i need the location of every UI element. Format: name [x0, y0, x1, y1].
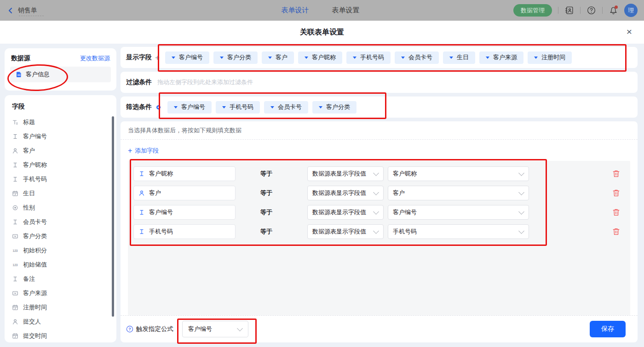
field-item-5[interactable]: 生日: [5, 186, 116, 200]
display-field-chip-2[interactable]: 客户: [262, 51, 294, 64]
text-icon: [138, 228, 145, 235]
trash-icon[interactable]: [612, 170, 620, 178]
display-field-chip-6[interactable]: 生日: [443, 51, 475, 64]
display-field-chip-4[interactable]: 手机号码: [346, 51, 391, 64]
rule-source-select[interactable]: 数据源表显示字段值: [307, 205, 384, 220]
field-item-2[interactable]: 客户: [5, 143, 116, 158]
rule-target-value: 客户编号: [393, 208, 417, 216]
display-field-chip-8[interactable]: 注册时间: [528, 51, 572, 64]
field-item-label: 会员卡号: [23, 218, 47, 226]
rule-target-select[interactable]: 客户编号: [388, 205, 529, 220]
rule-row-1: 客户等于数据源表显示字段值客户: [128, 186, 630, 200]
display-field-chip-7[interactable]: 客户来源: [479, 51, 523, 64]
field-item-12[interactable]: 客户来源: [5, 286, 116, 300]
fields-panel: 字段 标题客户编号客户客户昵称手机号码生日性别会员卡号客户分类123初始积分12…: [5, 95, 116, 342]
form-name: 销售单: [18, 6, 37, 15]
back-button[interactable]: 销售单: [7, 0, 37, 21]
field-item-8[interactable]: 客户分类: [5, 229, 116, 243]
field-item-1[interactable]: 客户编号: [5, 129, 116, 143]
chevron-down-icon: [237, 325, 243, 331]
filter-condition-row: 过滤条件 拖动左侧字段到此处来添加过滤条件: [121, 72, 638, 93]
filter-dropzone[interactable]: 拖动左侧字段到此处来添加过滤条件: [157, 78, 253, 86]
caret-down-icon: [353, 57, 356, 59]
rule-target-value: 客户: [393, 189, 405, 197]
rule-source-select[interactable]: 数据源表显示字段值: [307, 224, 384, 239]
close-icon[interactable]: ×: [627, 21, 632, 43]
rule-field-input[interactable]: 客户昵称: [133, 166, 236, 181]
caret-down-icon: [268, 57, 272, 59]
trigger-formula-select[interactable]: 客户编号: [182, 321, 248, 337]
add-display-field-button[interactable]: +: [155, 54, 160, 62]
add-field-label: 添加字段: [135, 147, 159, 155]
field-item-3[interactable]: 客户昵称: [5, 158, 116, 172]
field-item-6[interactable]: 性别: [5, 200, 116, 215]
filter-condition-label: 过滤条件: [126, 78, 152, 86]
back-chevron-icon: [7, 7, 14, 14]
svg-text:123: 123: [13, 249, 18, 252]
caret-down-icon: [401, 57, 405, 59]
field-item-11[interactable]: 备注: [5, 272, 116, 286]
help-circle-icon[interactable]: ?: [126, 325, 133, 333]
topbar-tabs: 表单设计 表单设置: [282, 0, 360, 21]
notification-dot: [615, 6, 618, 9]
field-item-label: 生日: [23, 189, 35, 198]
display-field-chip-5[interactable]: 会员卡号: [395, 51, 439, 64]
gear-icon[interactable]: [155, 104, 162, 111]
change-datasource-link[interactable]: 更改数据源: [80, 54, 110, 63]
rule-target-select[interactable]: 客户昵称: [388, 166, 529, 181]
rule-target-select[interactable]: 客户: [388, 186, 529, 200]
tab-form-settings[interactable]: 表单设置: [332, 6, 360, 15]
notification-bell-icon[interactable]: [609, 6, 618, 15]
field-item-7[interactable]: 会员卡号: [5, 215, 116, 229]
display-field-chip-3[interactable]: 客户昵称: [298, 51, 342, 64]
rule-source-select[interactable]: 数据源表显示字段值: [307, 186, 384, 200]
field-item-4[interactable]: 手机号码: [5, 172, 116, 186]
rule-target-value: 客户昵称: [393, 170, 417, 178]
field-item-14[interactable]: 提交人: [5, 314, 116, 329]
rule-field-input[interactable]: 客户编号: [133, 205, 236, 220]
display-field-chip-1[interactable]: 客户分类: [213, 51, 258, 64]
trash-icon[interactable]: [612, 208, 620, 216]
text-icon: [12, 162, 18, 168]
rule-field-input[interactable]: 客户: [133, 186, 236, 200]
screening-field-chip-0[interactable]: 客户编号: [167, 101, 212, 114]
field-item-0[interactable]: 标题: [5, 115, 116, 129]
divider: [580, 7, 581, 14]
display-field-chip-0[interactable]: 客户编号: [165, 51, 209, 64]
field-item-label: 注册时间: [23, 303, 47, 312]
trash-icon[interactable]: [612, 228, 620, 236]
rule-row-2: 客户编号等于数据源表显示字段值客户编号: [128, 205, 630, 220]
trash-icon[interactable]: [612, 189, 620, 197]
data-manage-button[interactable]: 数据管理: [513, 4, 552, 17]
field-item-9[interactable]: 123初始积分: [5, 243, 116, 257]
scrollbar-thumb[interactable]: [112, 116, 114, 317]
field-item-10[interactable]: 123初始储值: [5, 257, 116, 272]
rule-field-input[interactable]: 手机号码: [133, 224, 236, 239]
rule-operator: 等于: [260, 224, 272, 239]
svg-text:?: ?: [128, 327, 131, 331]
chip-label: 生日: [457, 53, 469, 62]
rule-source-select[interactable]: 数据源表显示字段值: [307, 166, 384, 181]
rule-target-select[interactable]: 手机号码: [388, 224, 529, 239]
text-icon: [138, 209, 145, 216]
text-icon: [12, 133, 18, 140]
person-icon: [138, 190, 145, 196]
screening-field-chip-1[interactable]: 手机号码: [216, 101, 260, 114]
chip-label: 客户昵称: [312, 53, 336, 62]
screening-field-chip-3[interactable]: 客户分类: [312, 101, 356, 114]
screening-field-chip-2[interactable]: 会员卡号: [264, 101, 308, 114]
field-item-15[interactable]: 提交时间: [5, 329, 116, 342]
add-field-button[interactable]: + 添加字段: [128, 147, 159, 155]
save-button[interactable]: 保存: [590, 321, 626, 337]
field-item-13[interactable]: 注册时间: [5, 300, 116, 314]
user-avatar[interactable]: 理: [624, 4, 638, 17]
field-item-label: 客户编号: [23, 132, 47, 141]
plus-icon: +: [128, 147, 132, 154]
tab-form-design[interactable]: 表单设计: [282, 6, 309, 15]
radio-icon: [12, 205, 18, 211]
contacts-book-icon[interactable]: [564, 6, 574, 15]
datasource-item[interactable]: 客户信息: [10, 67, 111, 82]
number-icon: 123: [12, 262, 18, 268]
rule-row-0: 客户昵称等于数据源表显示字段值客户昵称: [128, 166, 630, 181]
help-icon[interactable]: [586, 6, 596, 15]
